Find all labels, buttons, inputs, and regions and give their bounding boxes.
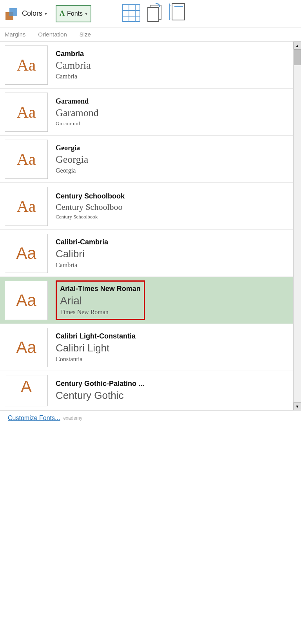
font-name-bold: Calibri-Cambria: [56, 238, 108, 246]
font-item-cambria[interactable]: Aa Cambria Cambria Cambria: [0, 42, 293, 89]
preview-text: Aa: [16, 244, 36, 263]
font-item-calibri-light-constantia[interactable]: Aa Calibri Light-Constantia Calibri Ligh…: [0, 324, 293, 371]
font-sample-small: Georgia: [56, 167, 88, 174]
font-name-bold: Garamond: [56, 97, 99, 106]
orientation-label[interactable]: Orientation: [38, 31, 67, 38]
customize-fonts-link[interactable]: Customize Fonts...: [8, 415, 60, 422]
colors-dropdown-arrow: ▾: [45, 11, 47, 16]
font-info-georgia: Georgia Georgia Georgia: [56, 144, 88, 174]
watermark: exademy: [63, 415, 82, 421]
font-info-arial-times: Arial-Times New Roman Arial Times New Ro…: [60, 285, 141, 316]
scroll-down-button[interactable]: ▼: [294, 402, 301, 410]
font-sample-large: Garamond: [56, 107, 99, 119]
font-name-bold: Cambria: [56, 50, 91, 58]
content-wrapper: Aa Cambria Cambria Cambria Aa Garamond G…: [0, 42, 301, 410]
colors-icon: [5, 7, 20, 21]
fonts-a-icon: A: [60, 9, 65, 18]
font-item-arial-times[interactable]: Aa Arial-Times New Roman Arial Times New…: [0, 277, 293, 324]
font-sample-large: Century Schoolboo: [56, 202, 125, 212]
scroll-down-arrow: ▼: [296, 404, 299, 409]
font-list: Aa Cambria Cambria Cambria Aa Garamond G…: [0, 42, 293, 410]
svg-rect-10: [172, 4, 185, 20]
font-name-bold: Arial-Times New Roman: [60, 285, 141, 293]
font-item-georgia[interactable]: Aa Georgia Georgia Georgia: [0, 136, 293, 183]
selected-highlight-box: Arial-Times New Roman Arial Times New Ro…: [56, 280, 145, 320]
font-sample-small: Century Schoolbook: [56, 214, 125, 220]
sub-toolbar-labels: Margins Orientation Size: [5, 31, 91, 38]
font-name-bold: Century Schoolbook: [56, 192, 125, 200]
preview-text: Aa: [17, 197, 36, 216]
font-item-century-gothic[interactable]: A Century Gothic-Palatino ... Century Go…: [0, 371, 293, 410]
font-sample-small: Garamond: [56, 120, 99, 127]
font-preview-calibri-cambria: Aa: [5, 234, 48, 273]
preview-text: Aa: [17, 56, 36, 75]
fonts-dropdown-arrow: ▾: [85, 11, 87, 16]
preview-text: Aa: [16, 338, 36, 357]
copy-icon[interactable]: [145, 3, 165, 25]
svg-marker-13: [169, 4, 170, 6]
font-info-century-schoolbook: Century Schoolbook Century Schoolboo Cen…: [56, 192, 125, 220]
font-name-bold: Century Gothic-Palatino ...: [56, 380, 144, 388]
table-icon[interactable]: [121, 3, 141, 25]
font-sample-small: Times New Roman: [60, 309, 141, 316]
font-item-garamond[interactable]: Aa Garamond Garamond Garamond: [0, 89, 293, 136]
font-preview-century-gothic: A: [5, 375, 48, 406]
scroll-up-button[interactable]: ▲: [294, 42, 301, 49]
toolbar-icons: [121, 3, 189, 25]
font-info-calibri-light: Calibri Light-Constantia Calibri Light C…: [56, 332, 136, 363]
margin-icon[interactable]: [168, 3, 189, 25]
font-item-calibri-cambria[interactable]: Aa Calibri-Cambria Calibri Cambria: [0, 230, 293, 277]
font-sample-large: Cambria: [56, 60, 91, 71]
svg-marker-14: [169, 18, 170, 20]
font-info-calibri-cambria: Calibri-Cambria Calibri Cambria: [56, 238, 108, 269]
font-preview-century-schoolbook: Aa: [5, 187, 48, 226]
bottom-bar: Customize Fonts... exademy: [0, 410, 301, 426]
fonts-button[interactable]: A Fonts ▾: [56, 5, 91, 22]
font-sample-large: Calibri: [56, 248, 108, 260]
font-preview-georgia: Aa: [5, 140, 48, 179]
font-name-bold: Calibri Light-Constantia: [56, 332, 136, 340]
sub-toolbar: Margins Orientation Size: [0, 27, 301, 42]
font-sample-large: Century Gothic: [56, 389, 144, 402]
font-info-century-gothic: Century Gothic-Palatino ... Century Goth…: [56, 380, 144, 402]
font-info-cambria: Cambria Cambria Cambria: [56, 50, 91, 80]
scroll-thumb[interactable]: [294, 49, 301, 65]
preview-text: Aa: [17, 103, 36, 122]
toolbar: Colors ▾ A Fonts ▾: [0, 0, 301, 27]
preview-text: Aa: [16, 291, 36, 310]
font-sample-large: Georgia: [56, 154, 88, 166]
font-preview-calibri-light: Aa: [5, 328, 48, 367]
margins-label[interactable]: Margins: [5, 31, 25, 38]
font-preview-arial-times: Aa: [5, 281, 48, 320]
font-sample-small: Cambria: [56, 262, 108, 269]
size-label[interactable]: Size: [80, 31, 91, 38]
preview-text: Aa: [17, 150, 36, 169]
font-item-century-schoolbook[interactable]: Aa Century Schoolbook Century Schoolboo …: [0, 183, 293, 230]
font-info-garamond: Garamond Garamond Garamond: [56, 97, 99, 127]
scrollbar: ▲ ▼: [293, 42, 301, 410]
svg-rect-9: [148, 7, 159, 22]
preview-text: A: [21, 378, 32, 395]
font-sample-large: Arial: [60, 295, 141, 307]
font-sample-small: Cambria: [56, 73, 91, 80]
svg-rect-3: [123, 4, 140, 22]
colors-label: Colors: [22, 9, 42, 18]
fonts-label: Fonts: [67, 10, 83, 17]
scroll-track[interactable]: [294, 49, 301, 402]
colors-button[interactable]: Colors ▾: [3, 5, 49, 22]
font-name-bold: Georgia: [56, 144, 88, 152]
font-preview-garamond: Aa: [5, 93, 48, 132]
scroll-up-arrow: ▲: [296, 44, 299, 48]
font-preview-cambria: Aa: [5, 45, 48, 85]
svg-rect-2: [5, 12, 13, 20]
font-sample-small: Constantia: [56, 356, 136, 363]
font-sample-large: Calibri Light: [56, 342, 136, 354]
